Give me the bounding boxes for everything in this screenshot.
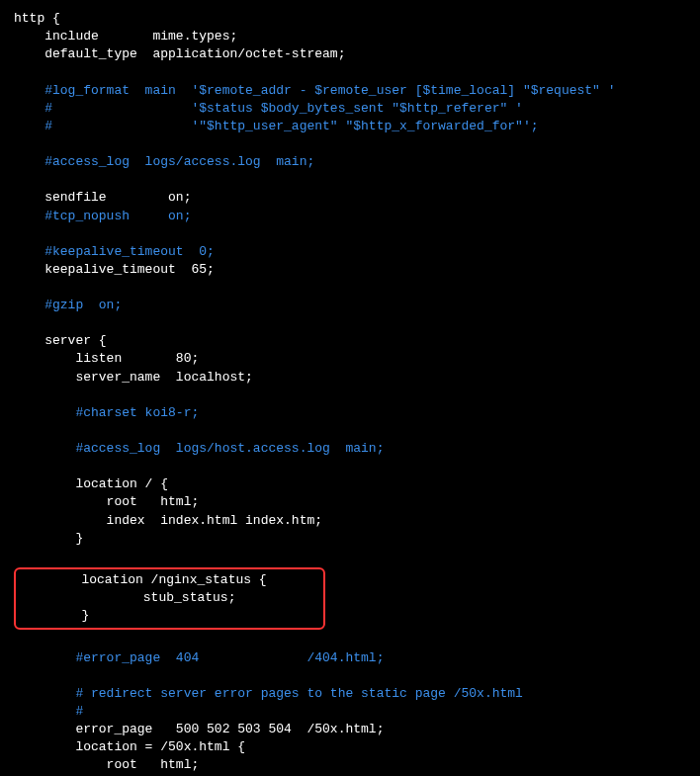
code-line: error_page 500 502 503 504 /50x.html;	[14, 721, 686, 738]
blank-line	[14, 135, 686, 153]
comment-line: #gzip on;	[14, 297, 686, 314]
code-line: location / {	[14, 475, 686, 493]
comment-line: #access_log logs/access.log main;	[14, 153, 686, 171]
blank-line	[14, 64, 686, 82]
code-line: server {	[14, 332, 686, 350]
code-line: }	[20, 607, 319, 625]
blank-line	[14, 422, 686, 440]
code-line: keepalive_timeout 65;	[14, 261, 686, 279]
code-line: root html;	[14, 493, 686, 511]
comment-line: # '$status $body_bytes_sent "$http_refer…	[14, 100, 686, 118]
code-line: listen 80;	[14, 350, 686, 368]
blank-line	[14, 279, 686, 297]
blank-line	[14, 314, 686, 332]
blank-line	[14, 548, 686, 565]
comment-line: #charset koi8-r;	[14, 404, 686, 422]
blank-line	[14, 458, 686, 475]
comment-line: #error_page 404 /404.html;	[14, 649, 686, 667]
blank-line	[14, 632, 686, 649]
comment-line: #keepalive_timeout 0;	[14, 243, 686, 261]
blank-line	[14, 667, 686, 685]
code-line: sendfile on;	[14, 189, 686, 207]
code-line: location = /50x.html {	[14, 738, 686, 756]
code-line: root html;	[14, 756, 686, 774]
highlighted-code-block: location /nginx_status { stub_status; }	[14, 567, 325, 630]
code-line: index index.html index.htm;	[14, 512, 686, 530]
comment-line: #access_log logs/host.access.log main;	[14, 440, 686, 458]
blank-line	[14, 387, 686, 404]
code-line: include mime.types;	[14, 28, 686, 45]
code-line: server_name localhost;	[14, 369, 686, 387]
blank-line	[14, 225, 686, 243]
comment-line: #tcp_nopush on;	[14, 208, 686, 225]
code-line: location /nginx_status {	[20, 571, 319, 589]
code-editor-view: http { include mime.types; default_type …	[14, 10, 686, 776]
comment-line: # redirect server error pages to the sta…	[14, 685, 686, 703]
code-line: default_type application/octet-stream;	[14, 45, 686, 63]
comment-line: # '"$http_user_agent" "$http_x_forwarded…	[14, 118, 686, 135]
comment-line: #log_format main '$remote_addr - $remote…	[14, 82, 686, 100]
comment-line: #	[14, 703, 686, 721]
blank-line	[14, 171, 686, 189]
code-line: }	[14, 530, 686, 548]
code-line: stub_status;	[20, 589, 319, 607]
code-line: http {	[14, 10, 686, 28]
